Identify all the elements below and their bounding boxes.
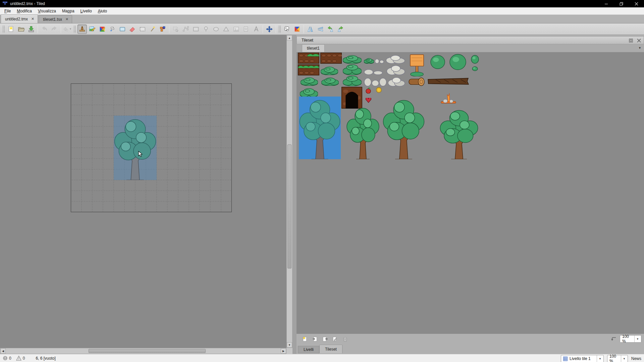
document-tab-tileset1.tsx[interactable]: tileset1.tsx✕	[39, 15, 72, 23]
menu-item-mappa[interactable]: Mappa	[59, 8, 77, 14]
tileset-tile-bush-small[interactable]	[364, 58, 374, 64]
tileset-tile-rock-pair[interactable]	[386, 65, 405, 75]
dock-tab-livelli[interactable]: Livelli	[298, 346, 319, 353]
tileset-tile-stones-two[interactable]	[364, 69, 383, 75]
menu-item-visualizza[interactable]: Visualizza	[35, 8, 59, 14]
scroll-left-arrow[interactable]: ◀	[0, 348, 6, 354]
tileset-tile-stones-three[interactable]	[364, 78, 387, 86]
tab-list-dropdown-icon[interactable]: ▼	[638, 46, 641, 50]
chevron-down-icon[interactable]: ▼	[621, 355, 626, 362]
remove-tileset-button[interactable]	[341, 336, 349, 343]
same-tile-select-button[interactable]	[158, 24, 167, 34]
tileset-tile-dirt-slab[interactable]	[320, 53, 342, 64]
tileset-tile-tree[interactable]	[382, 97, 425, 159]
scroll-down-arrow[interactable]: ▼	[287, 342, 292, 348]
offset-layers-button[interactable]	[265, 24, 274, 34]
close-tab-icon[interactable]: ✕	[31, 17, 35, 21]
layer-selector[interactable]: Livello tile 1 ▼	[561, 355, 604, 362]
wrap-tiles-icon[interactable]	[611, 337, 616, 341]
tileset-tile-bush-wide[interactable]	[301, 76, 318, 86]
close-tab-icon[interactable]: ✕	[65, 17, 69, 21]
map-horizontal-scrollbar[interactable]: ◀ ▶	[0, 348, 286, 354]
tileset-tile-bush-wide[interactable]	[343, 54, 362, 64]
rect-select-button[interactable]	[138, 24, 147, 34]
new-tileset-button[interactable]	[301, 336, 309, 343]
wang-brush-button[interactable]	[98, 24, 107, 34]
chevron-down-icon[interactable]: ▼	[634, 336, 639, 342]
tileset-tile-apple[interactable]	[366, 87, 371, 94]
tileset-dock-titlebar[interactable]: Tileset	[297, 36, 644, 44]
edit-tileset-button[interactable]	[331, 336, 339, 343]
restore-button[interactable]	[614, 0, 629, 7]
tileset-tile-rocks-small[interactable]	[375, 59, 384, 64]
tileset-tile-wooden-sign[interactable]	[410, 54, 424, 76]
tileset-tile-tree[interactable]	[439, 107, 479, 159]
rotate-right-button[interactable]	[336, 24, 345, 34]
new-file-button[interactable]	[6, 24, 16, 34]
tileset-view[interactable]	[297, 52, 644, 334]
tileset-tile-round-bush[interactable]	[471, 55, 479, 64]
stamp-brush-button[interactable]	[77, 24, 87, 34]
map-zoom-select[interactable]: 100 % ▼	[607, 355, 628, 362]
tileset-tab[interactable]: tileset1	[302, 44, 325, 52]
menu-item-file[interactable]: File	[1, 8, 14, 14]
tileset-tile-log-short[interactable]	[408, 77, 425, 86]
map-vertical-scrollbar[interactable]: ▲ ▼	[286, 35, 292, 348]
status-bar: 0 0 6, 6 [vuoto] Livello tile 1 ▼ 100 % …	[0, 354, 644, 362]
open-file-button[interactable]	[16, 24, 26, 34]
save-file-button[interactable]	[26, 24, 36, 34]
tileset-tile-dirt-slab-grass-corner[interactable]	[298, 53, 319, 64]
export-tileset-button[interactable]	[321, 336, 329, 343]
terrain-brush-button[interactable]	[88, 24, 97, 34]
tileset-tile-tree-selected[interactable]	[299, 97, 341, 159]
map-grid[interactable]	[71, 83, 232, 213]
tileset-tile-rock-cluster[interactable]	[386, 55, 405, 64]
tileset-tile-bush-tall[interactable]	[343, 76, 362, 86]
random-mode-button[interactable]	[282, 24, 292, 34]
flip-horizontal-button[interactable]	[306, 24, 315, 34]
eraser-button[interactable]	[128, 24, 137, 34]
toolbar-drag-handle[interactable]	[2, 25, 5, 33]
chevron-down-icon[interactable]: ▼	[69, 27, 72, 31]
tileset-tile-grass-slab[interactable]	[298, 64, 319, 75]
tileset-tile-heart[interactable]	[366, 98, 371, 103]
magic-wand-button[interactable]	[148, 24, 157, 34]
map-canvas[interactable]	[0, 35, 286, 348]
shape-fill-button[interactable]	[118, 24, 127, 34]
embed-tileset-button[interactable]	[311, 336, 319, 343]
wang-fill-mode-button[interactable]	[292, 24, 302, 34]
close-button[interactable]	[629, 0, 644, 7]
dock-splitter[interactable]	[292, 35, 297, 354]
news-link[interactable]: News	[631, 356, 641, 361]
tileset-tile-coin[interactable]	[376, 87, 382, 93]
menu-item-aiuto[interactable]: Aiuto	[95, 8, 110, 14]
horizontal-scroll-thumb[interactable]	[89, 349, 206, 353]
minimize-button[interactable]	[599, 0, 614, 7]
tileset-tile-round-bush[interactable]	[472, 66, 478, 71]
tileset-zoom-select[interactable]: 100 % ▼	[620, 335, 641, 343]
tileset-tile-bush-wide[interactable]	[321, 66, 338, 75]
rotate-left-button[interactable]	[326, 24, 335, 34]
tileset-tile-round-bush[interactable]	[449, 54, 466, 70]
tileset-tile-bush-tall[interactable]	[343, 64, 362, 75]
tileset-tile-log-long[interactable]	[427, 76, 469, 86]
tileset-tile-rock-pair[interactable]	[388, 77, 405, 86]
tileset-tile-bush-wide[interactable]	[321, 77, 339, 86]
document-tab-untitled2.tmx[interactable]: untitled2.tmx✕	[1, 14, 38, 23]
toolbar-drag-handle[interactable]	[73, 25, 76, 33]
flip-vertical-button[interactable]	[316, 24, 325, 34]
tileset-tile-round-bush[interactable]	[430, 55, 445, 69]
scroll-up-arrow[interactable]: ▲	[287, 35, 292, 41]
chevron-down-icon[interactable]: ▼	[597, 355, 601, 362]
tileset-tile-fire-geyser[interactable]	[441, 93, 456, 104]
float-dock-icon[interactable]	[628, 38, 634, 43]
close-dock-icon[interactable]	[636, 38, 642, 43]
dock-tab-tileset[interactable]: Tileset	[319, 345, 342, 353]
toolbar-drag-handle[interactable]	[278, 25, 281, 33]
scroll-right-arrow[interactable]: ▶	[281, 348, 286, 354]
menu-item-modifica[interactable]: Modifica	[14, 8, 35, 14]
vertical-scroll-thumb[interactable]	[287, 144, 291, 268]
tileset-tile-tree[interactable]	[346, 105, 380, 159]
menu-item-livello[interactable]: Livello	[77, 8, 95, 14]
bucket-fill-button[interactable]	[108, 24, 117, 34]
